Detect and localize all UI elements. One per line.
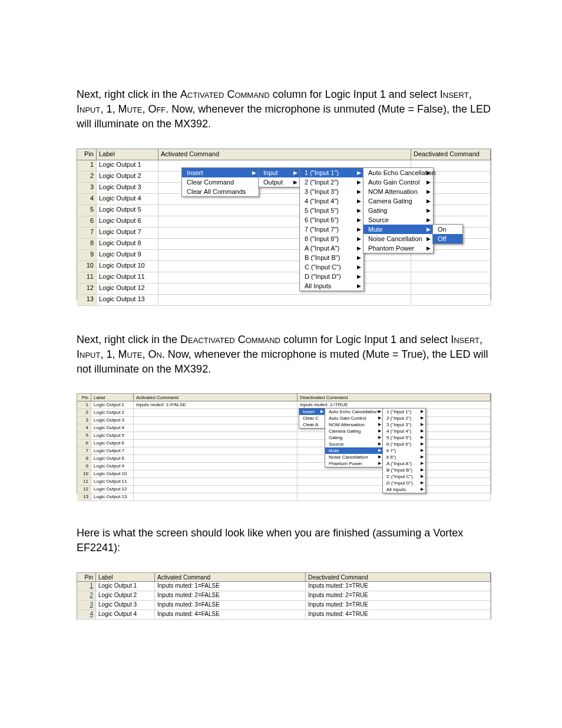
menu-item[interactable]: 2 ("Input 2")▶ [300,177,363,187]
table-row[interactable]: 9Logic Output 9 [77,463,491,470]
menu-item[interactable]: Input▶ [259,168,300,177]
menu-item[interactable]: 4 ("Input 4")▶ [383,428,425,434]
cell-activated[interactable]: Inputs muted: 4=FALSE [155,610,306,619]
menu-item[interactable]: Noise Cancellation▶ [325,454,383,460]
menu-item[interactable]: 5 ("Input 5")▶ [383,434,425,441]
menu-item[interactable]: Clear A [299,421,325,428]
table-row[interactable]: 5Logic Output 5 [77,432,491,440]
inputs-submenu[interactable]: 1 ("Input 1")▶2 ("Input 2")▶3 ("Input 3"… [299,167,364,291]
menu-item[interactable]: 8 ("Input 8")▶ [300,234,363,243]
table-row[interactable]: 12Logic Output 12 [77,284,491,295]
cell-deactivated[interactable] [411,272,491,283]
menu-item[interactable]: D ("Input D")▶ [383,480,425,486]
cell-activated[interactable] [134,486,297,493]
menu-item[interactable]: Off [433,234,462,243]
table-row[interactable]: 4Logic Output 4 [77,424,491,432]
cell-activated[interactable] [134,478,297,485]
cell-activated[interactable] [134,455,297,462]
menu-item[interactable]: Phantom Power▶ [325,460,383,467]
table-row[interactable]: 8Logic Output 8 [77,455,491,463]
menu-item[interactable]: All Inputs▶ [300,281,363,291]
menu-item[interactable]: C ("Input C")▶ [300,262,363,272]
menu-item[interactable]: Camera Gating▶ [325,428,383,434]
menu-item[interactable]: Camera Gating▶ [363,196,433,206]
menu-item[interactable]: 6 ("Input 6")▶ [300,215,363,225]
menu-item[interactable]: Auto Echo Cancellation▶ [363,168,433,177]
menu-item[interactable]: 3 ("Input 3")▶ [300,187,363,196]
menu-item[interactable]: 3 ("Input 3")▶ [383,421,425,428]
cell-deactivated[interactable] [411,261,491,272]
menu-item[interactable]: C ("Input C")▶ [383,473,425,480]
cell-deactivated[interactable]: Inputs muted: 4=TRUE [306,610,491,619]
cell-activated[interactable] [134,409,297,416]
menu-item[interactable]: Source▶ [325,441,383,447]
menu-item[interactable]: Gating▶ [325,434,383,441]
cell-activated[interactable] [158,284,411,294]
table-row[interactable]: 3Logic Output 3Inputs muted: 3=FALSEInpu… [77,601,491,610]
params-submenu[interactable]: Auto Echo Cancellation▶Auto Gain Control… [363,167,434,253]
menu-item[interactable]: Source▶ [363,215,433,225]
table-row[interactable]: 4Logic Output 4Inputs muted: 4=FALSEInpu… [77,610,491,620]
cell-activated[interactable]: Inputs muted: 2=FALSE [155,591,306,600]
menu-item[interactable]: it 7")▶ [383,447,425,454]
menu-item[interactable]: 5 ("Input 5")▶ [300,206,363,215]
menu-item[interactable]: 1 ("Input 1")▶ [300,168,363,177]
menu-item[interactable]: 1 ("Input 1")▶ [383,409,425,415]
cell-activated[interactable]: Inputs muted: 1=FALSE [134,401,297,409]
menu-item[interactable]: 6 ("Input 6")▶ [383,441,425,447]
menu-item[interactable]: Clear Command [182,177,259,187]
inputs-submenu[interactable]: 1 ("Input 1")▶2 ("Input 2")▶3 ("Input 3"… [382,408,426,493]
context-menu[interactable]: Insert▶Clear CommandClear All Commands [181,167,259,197]
cell-activated[interactable]: Inputs muted: 3=FALSE [155,601,306,610]
onoff-submenu[interactable]: OnOff [432,224,463,244]
table-row[interactable]: 2Logic Output 2 [77,409,491,417]
menu-item[interactable]: 2 ("Input 2")▶ [383,415,425,421]
cell-deactivated[interactable]: Inputs muted: 2=TRUE [306,591,491,600]
menu-item[interactable]: Output▶ [259,177,300,187]
cell-activated[interactable] [134,493,297,500]
menu-item[interactable]: D ("Input D")▶ [300,272,363,281]
menu-item[interactable]: Clear C [299,415,325,421]
menu-item[interactable]: On [433,225,462,234]
cell-deactivated[interactable] [297,493,491,500]
cell-deactivated[interactable]: Inputs muted: 1=TRUE [306,582,491,591]
table-row[interactable]: 10Logic Output 10 [77,470,491,478]
menu-item[interactable]: B ("Input B")▶ [383,467,425,473]
menu-item[interactable]: NOM Attenuation▶ [363,187,433,196]
table-row[interactable]: 11Logic Output 11 [77,272,491,284]
menu-item[interactable]: A ("Input A")▶ [383,460,425,467]
cell-activated[interactable] [134,417,297,424]
menu-item[interactable]: Clear All Commands [182,187,259,196]
menu-item[interactable]: Gating▶ [363,206,433,215]
table-row[interactable]: 13Logic Output 13 [77,295,491,306]
cell-activated[interactable] [134,470,297,477]
context-menu[interactable]: Insert▶Clear CClear A [299,408,326,429]
menu-item[interactable]: 4 ("Input 4")▶ [300,196,363,206]
menu-item[interactable]: it 8")▶ [383,454,425,460]
table-row[interactable]: 13Logic Output 13 [77,493,491,501]
menu-item[interactable]: Phantom Power▶ [363,243,433,253]
menu-item[interactable]: All Inputs▶ [383,486,425,493]
cell-activated[interactable] [134,424,297,431]
menu-item[interactable]: Mute▶ [363,225,433,234]
menu-item[interactable]: Insert▶ [182,168,259,177]
table-row[interactable]: 1Logic Output 1Inputs muted: 1=FALSEInpu… [77,401,491,409]
cell-activated[interactable] [158,272,411,283]
cell-activated[interactable] [134,447,297,454]
menu-item[interactable]: Insert▶ [299,409,325,415]
menu-item[interactable]: A ("Input A")▶ [300,243,363,253]
menu-item[interactable]: 7 ("Input 7")▶ [300,225,363,234]
params-submenu[interactable]: Auto Echo Cancellation▶Auto Gain Control… [325,408,384,467]
menu-item[interactable]: B ("Input B")▶ [300,253,363,262]
cell-activated[interactable]: Inputs muted: 1=FALSE [155,582,306,591]
cell-activated[interactable] [134,440,297,447]
table-row[interactable]: 2Logic Output 2Inputs muted: 2=FALSEInpu… [77,591,491,601]
menu-item[interactable]: NOM Attenuation▶ [325,421,383,428]
table-row[interactable]: 11Logic Output 11 [77,478,491,486]
menu-item[interactable]: Noise Cancellation▶ [363,234,433,243]
table-row[interactable]: 10Logic Output 10 [77,261,491,272]
cell-activated[interactable] [158,295,411,305]
cell-activated[interactable] [158,261,411,272]
io-submenu[interactable]: Input▶Output▶ [258,167,300,187]
table-row[interactable]: 6Logic Output 6 [77,440,491,447]
